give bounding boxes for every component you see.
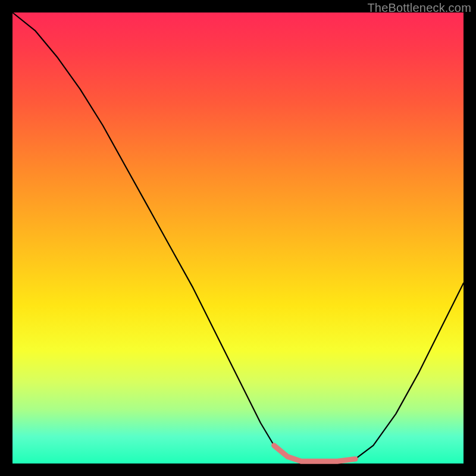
chart-svg — [12, 12, 464, 464]
bottleneck-curve — [12, 12, 464, 461]
bottleneck-accent-segment — [274, 446, 355, 462]
watermark-label: TheBottleneck.com — [367, 1, 471, 15]
chart-stage: TheBottleneck.com — [0, 0, 476, 476]
